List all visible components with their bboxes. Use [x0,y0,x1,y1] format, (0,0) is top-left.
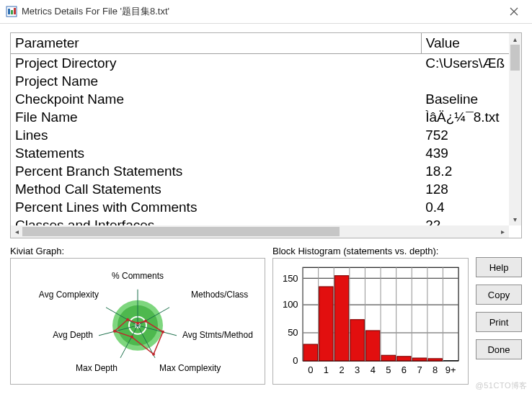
histogram-chart: 0 50 100 150 0123456789+ [273,259,468,384]
table-row[interactable]: Project DirectoryC:\Users\Æß [11,54,509,73]
help-button[interactable]: Help [476,257,522,277]
col-header-value[interactable]: Value [421,33,509,54]
histogram-panel: 0 50 100 150 0123456789+ [272,258,469,385]
hist-ytick-1: 50 [288,328,298,339]
metric-key: Classes and Interfaces [11,216,421,225]
table-row[interactable]: Project Name [11,72,509,90]
hist-xtick: 1 [324,365,329,376]
metric-key: Statements [11,144,421,162]
table-row[interactable]: Method Call Statements128 [11,180,509,198]
close-icon [510,7,518,16]
metrics-table-viewport: Parameter Value Project DirectoryC:\User… [11,33,509,225]
svg-point-22 [113,330,116,333]
kiviat-axis-e: Avg Stmts/Method [182,330,253,340]
close-button[interactable] [500,1,528,22]
svg-rect-1 [8,9,10,14]
kiviat-axis-se: Max Complexity [159,363,221,373]
svg-rect-2 [11,10,13,14]
scroll-thumb[interactable] [510,45,520,71]
hist-xtick: 8 [433,365,438,376]
metric-val: 0.4 [421,198,509,216]
kiviat-panel: % Comments Methods/Class Avg Stmts/Metho… [10,258,265,385]
kiviat-axis-w: Avg Depth [53,330,93,340]
metric-key: Lines [11,126,421,144]
histogram-bar [397,357,411,361]
scroll-right-icon: ▸ [497,225,509,238]
metric-val: 22 [421,216,509,225]
horizontal-scrollbar[interactable]: ◂ ▸ [11,225,509,238]
kiviat-axis-ne: Methods/Class [191,290,248,300]
table-row[interactable]: Percent Branch Statements18.2 [11,162,509,180]
hist-xtick: 6 [402,365,407,376]
metric-val: ÌâÄ¿¼¯8.txt [421,108,509,126]
histogram-bar [319,287,333,361]
metric-val: 439 [421,144,509,162]
svg-point-21 [130,336,133,339]
vertical-scrollbar[interactable]: ▴ ▾ [509,33,521,225]
client-area: Parameter Value Project DirectoryC:\User… [0,24,532,394]
hist-ytick-0: 0 [293,356,298,367]
kiviat-label: Kiviat Graph: [10,246,265,256]
kiviat-chart: % Comments Methods/Class Avg Stmts/Metho… [11,259,265,384]
metric-key: Project Name [11,72,421,90]
svg-point-19 [161,331,164,333]
kiviat-axis-s: Max Depth [76,363,118,373]
histogram-bar [334,276,348,361]
table-row[interactable]: File NameÌâÄ¿¼¯8.txt [11,108,509,126]
titlebar: Metrics Details For File '题目集8.txt' [0,0,532,24]
app-icon [6,6,17,17]
metrics-table-panel: Parameter Value Project DirectoryC:\User… [10,32,522,238]
window-title: Metrics Details For File '题目集8.txt' [22,5,500,18]
histogram-bar [381,356,395,362]
metric-key: Percent Branch Statements [11,162,421,180]
table-row[interactable]: Classes and Interfaces22 [11,216,509,225]
histogram-bar [366,331,380,361]
metric-val: 128 [421,180,509,198]
kiviat-column: Kiviat Graph: [10,246,265,385]
metric-key: Percent Lines with Comments [11,198,421,216]
metric-val: C:\Users\Æß [421,54,509,73]
hist-xtick: 9+ [445,365,456,376]
scroll-left-icon: ◂ [11,225,23,238]
hist-ytick-2: 100 [283,300,298,310]
table-row[interactable]: Statements439 [11,144,509,162]
scroll-down-icon: ▾ [509,213,521,225]
svg-point-20 [152,353,155,356]
hist-ytick-3: 150 [283,273,298,284]
copy-button[interactable]: Copy [476,285,522,305]
svg-point-17 [136,322,139,325]
svg-point-18 [144,320,147,323]
metric-key: Method Call Statements [11,180,421,198]
hist-xtick: 0 [308,365,313,376]
metric-val [421,72,509,90]
hist-xtick: 3 [355,365,360,376]
metric-key: Checkpoint Name [11,90,421,108]
done-button[interactable]: Done [476,339,522,359]
button-column: Help Copy Print Done [476,246,522,385]
metric-val: 18.2 [421,162,509,180]
scroll-thumb[interactable] [22,227,340,236]
histogram-column: Block Histogram (statements vs. depth): [272,246,469,385]
histogram-bar [412,358,426,361]
kiviat-axis-nw: Avg Complexity [39,290,99,300]
table-row[interactable]: Lines752 [11,126,509,144]
metric-key: File Name [11,108,421,126]
svg-rect-3 [14,8,16,14]
kiviat-axis-top: % Comments [112,271,164,281]
svg-point-23 [126,318,129,321]
table-row[interactable]: Percent Lines with Comments0.4 [11,198,509,216]
table-row[interactable]: Checkpoint NameBaseline [11,90,509,108]
metric-key: Project Directory [11,54,421,73]
metric-val: Baseline [421,90,509,108]
hist-xtick: 5 [386,365,391,376]
hist-xtick: 2 [339,365,344,376]
metric-val: 752 [421,126,509,144]
col-header-parameter[interactable]: Parameter [11,33,421,54]
hist-xtick: 4 [371,365,376,376]
scroll-up-icon: ▴ [509,33,521,45]
hist-xtick: 7 [417,365,422,376]
print-button[interactable]: Print [476,312,522,332]
lower-section: Kiviat Graph: [10,246,522,385]
histogram-label: Block Histogram (statements vs. depth): [272,246,469,256]
histogram-bar [350,320,364,361]
